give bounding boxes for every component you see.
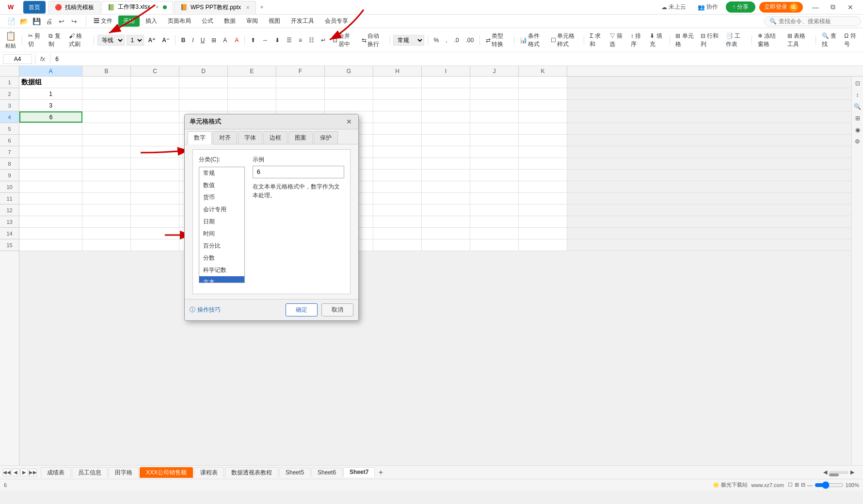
dialog-body-inner: 分类(C): 常规 数值 货币 会计专用 日期 时间 百分比 分数 科学记数 <box>199 156 344 288</box>
cat-time[interactable]: 时间 <box>199 228 244 240</box>
dialog-footer: ⓘ 操作技巧 确定 取消 <box>185 299 358 320</box>
category-label: 分类(C): <box>199 156 245 164</box>
cat-percent[interactable]: 百分比 <box>199 240 244 252</box>
cat-scientific[interactable]: 科学记数 <box>199 264 244 276</box>
dialog-overlay: 单元格格式 ✕ 数字 对齐 字体 边框 图案 保护 分类(C): <box>0 0 863 504</box>
preview-label: 示例 <box>253 156 344 164</box>
description-text: 在文本单元格格式中，数字作为文本处理。 <box>253 182 344 200</box>
cat-number[interactable]: 数值 <box>199 179 244 191</box>
dialog-close-btn[interactable]: ✕ <box>345 117 353 126</box>
help-text: 操作技巧 <box>197 306 221 314</box>
category-list[interactable]: 常规 数值 货币 会计专用 日期 时间 百分比 分数 科学记数 文本 特殊 <box>199 167 245 283</box>
cat-currency[interactable]: 货币 <box>199 191 244 204</box>
arrows-overlay <box>0 0 863 504</box>
dialog-tab-border[interactable]: 边框 <box>263 131 288 144</box>
dialog-footer-btns: 确定 取消 <box>286 303 353 316</box>
dialog-title-bar: 单元格格式 ✕ <box>185 114 358 129</box>
cancel-btn[interactable]: 取消 <box>321 303 353 316</box>
format-cells-dialog: 单元格格式 ✕ 数字 对齐 字体 边框 图案 保护 分类(C): <box>184 114 359 321</box>
dialog-content: 分类(C): 常规 数值 货币 会计专用 日期 时间 百分比 分数 科学记数 <box>185 144 358 299</box>
dialog-tab-font[interactable]: 字体 <box>238 131 262 144</box>
preview-section: 示例 6 在文本单元格格式中，数字作为文本处理。 <box>253 156 344 288</box>
dialog-tabs: 数字 对齐 字体 边框 图案 保护 <box>185 129 358 144</box>
ok-btn[interactable]: 确定 <box>286 303 318 316</box>
dialog-tab-pattern[interactable]: 图案 <box>288 131 313 144</box>
dialog-tab-align[interactable]: 对齐 <box>213 131 237 144</box>
category-section: 分类(C): 常规 数值 货币 会计专用 日期 时间 百分比 分数 科学记数 <box>199 156 245 288</box>
help-link[interactable]: ⓘ 操作技巧 <box>190 306 221 314</box>
main-layout: 📄 📂 💾 🖨 ↩ ↪ ☰ 文件 开始 插入 页面布局 公式 数据 审阅 视图 … <box>0 15 863 490</box>
preview-box: 6 <box>253 166 344 178</box>
cat-date[interactable]: 日期 <box>199 216 244 228</box>
cat-text[interactable]: 文本 <box>199 276 244 283</box>
cat-regular[interactable]: 常规 <box>199 167 244 179</box>
cat-fraction[interactable]: 分数 <box>199 252 244 264</box>
dialog-title: 单元格格式 <box>190 117 221 126</box>
help-icon: ⓘ <box>190 306 195 314</box>
dialog-tab-number[interactable]: 数字 <box>188 131 212 144</box>
dialog-body: 分类(C): 常规 数值 货币 会计专用 日期 时间 百分比 分数 科学记数 <box>192 149 351 294</box>
dialog-tab-protect[interactable]: 保护 <box>314 131 338 144</box>
cat-accounting[interactable]: 会计专用 <box>199 204 244 216</box>
